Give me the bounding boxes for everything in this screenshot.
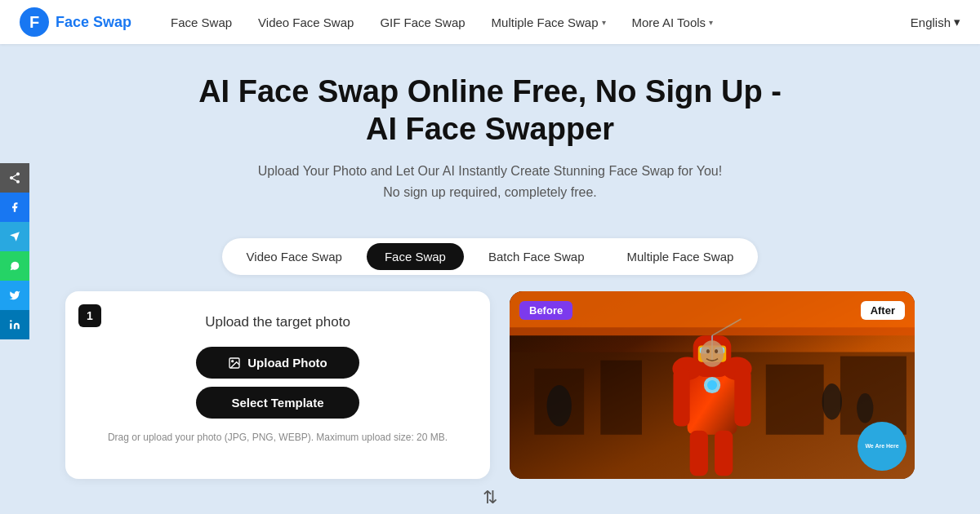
tab-batch-face-swap[interactable]: Batch Face Swap	[470, 243, 603, 270]
navbar: F Face Swap Face Swap Video Face Swap GI…	[0, 0, 980, 44]
main-content: 1 Upload the target photo Upload Photo S…	[0, 291, 980, 479]
upload-card: 1 Upload the target photo Upload Photo S…	[65, 291, 490, 479]
svg-point-2	[232, 361, 234, 362]
svg-rect-8	[600, 361, 642, 435]
after-tag: After	[861, 301, 905, 320]
swap-arrows-icon: ⇅	[483, 487, 497, 508]
upload-buttons: Upload Photo Select Template	[82, 347, 474, 419]
chevron-down-icon: ▾	[709, 18, 713, 27]
nav-multiple-face-swap[interactable]: Multiple Face Swap ▾	[492, 16, 606, 29]
svg-point-0	[10, 320, 11, 321]
brand[interactable]: F Face Swap	[20, 7, 131, 37]
select-template-button[interactable]: Select Template	[196, 387, 359, 419]
upload-hint: Drag or upload your photo (JPG, PNG, WEB…	[82, 432, 474, 443]
svg-rect-24	[734, 369, 751, 427]
hero-section: AI Face Swap Online Free, No Sign Up - A…	[0, 44, 980, 219]
tab-bar: Video Face Swap Face Swap Batch Face Swa…	[222, 238, 759, 275]
brand-icon: F	[20, 7, 49, 37]
share-button[interactable]	[0, 163, 29, 193]
nav-face-swap[interactable]: Face Swap	[171, 16, 232, 29]
svg-point-31	[715, 349, 718, 353]
social-sidebar	[0, 163, 29, 339]
language-selector[interactable]: English ▾	[911, 15, 960, 29]
watermark-bubble: We Are Here	[858, 422, 906, 471]
nav-links: Face Swap Video Face Swap GIF Face Swap …	[171, 16, 911, 29]
telegram-button[interactable]	[0, 222, 29, 251]
svg-point-16	[707, 380, 717, 390]
nav-more-ai-tools[interactable]: More AI Tools ▾	[632, 16, 714, 29]
chevron-down-icon: ▾	[602, 18, 606, 27]
linkedin-button[interactable]	[0, 310, 29, 339]
facebook-button[interactable]	[0, 193, 29, 222]
step-badge: 1	[78, 304, 101, 327]
svg-rect-23	[673, 369, 689, 427]
nav-video-face-swap[interactable]: Video Face Swap	[258, 16, 354, 29]
preview-card: Before After We Are Here	[510, 291, 915, 479]
hero-subtitle: Upload Your Photo and Let Our AI Instant…	[16, 161, 964, 202]
twitter-button[interactable]	[0, 281, 29, 310]
whatsapp-button[interactable]	[0, 251, 29, 281]
brand-name: Face Swap	[56, 14, 131, 31]
svg-rect-9	[766, 365, 824, 435]
tab-face-swap[interactable]: Face Swap	[367, 243, 464, 270]
before-tag: Before	[519, 301, 572, 320]
chevron-down-icon: ▾	[954, 15, 960, 29]
upload-photo-button[interactable]: Upload Photo	[196, 347, 359, 379]
svg-point-30	[706, 349, 710, 353]
tab-multiple-face-swap[interactable]: Multiple Face Swap	[609, 243, 752, 270]
svg-point-13	[857, 393, 873, 423]
hero-title: AI Face Swap Online Free, No Sign Up - A…	[16, 73, 964, 148]
svg-rect-25	[690, 431, 708, 476]
svg-point-11	[547, 385, 572, 427]
tab-video-face-swap[interactable]: Video Face Swap	[229, 243, 360, 270]
upload-title: Upload the target photo	[82, 314, 474, 330]
svg-point-29	[701, 341, 724, 367]
nav-gif-face-swap[interactable]: GIF Face Swap	[380, 16, 465, 29]
svg-point-12	[822, 383, 842, 420]
svg-rect-26	[715, 431, 733, 476]
swap-icon-container: ⇅	[0, 487, 980, 508]
